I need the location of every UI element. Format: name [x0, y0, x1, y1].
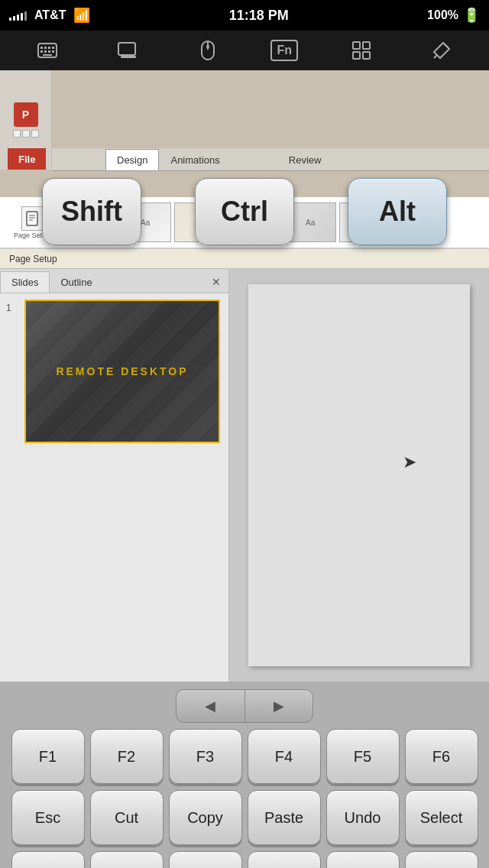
app-key-row: Tab Switch Quit Close Open Find: [6, 851, 483, 868]
slides-tabs: Slides Outline ✕: [0, 269, 228, 293]
cut-key[interactable]: Cut: [90, 790, 164, 845]
close-key[interactable]: Close: [248, 851, 321, 868]
svg-rect-2: [44, 47, 47, 49]
edit-key-row: Esc Cut Copy Paste Undo Select: [6, 790, 483, 845]
tab-outline[interactable]: Outline: [50, 271, 102, 293]
ctrl-key[interactable]: Ctrl: [195, 178, 294, 245]
f6-key[interactable]: F6: [405, 729, 478, 784]
tab-design-label: Design: [117, 154, 147, 166]
left-arrow-icon: ◀: [205, 698, 215, 714]
undo-key[interactable]: Undo: [326, 790, 400, 845]
keyboard-icon[interactable]: [31, 34, 64, 67]
svg-rect-9: [43, 54, 52, 56]
slides-content: 1 REMOTE DESKTOP: [0, 293, 228, 682]
layers-icon[interactable]: [111, 34, 144, 67]
main-slide-area[interactable]: ➤: [229, 269, 489, 682]
f1-key[interactable]: F1: [11, 729, 85, 784]
carrier-label: AT&T: [34, 8, 66, 22]
modifier-keys-overlay: Shift Ctrl Alt: [0, 170, 489, 254]
app-logo: P: [13, 102, 39, 138]
copy-key[interactable]: Copy: [169, 790, 242, 845]
tab-slides[interactable]: Slides: [0, 271, 50, 293]
status-left: AT&T 📶: [9, 7, 90, 24]
status-right: 100% 🔋: [427, 7, 480, 24]
signal-bars: [9, 10, 27, 21]
close-panel-button[interactable]: ✕: [207, 271, 225, 293]
slide-preview[interactable]: REMOTE DESKTOP: [24, 300, 220, 443]
signal-bar-5: [24, 11, 27, 21]
workspace: Slides Outline ✕ 1 REMOTE DESKTOP ➤: [0, 269, 489, 682]
svg-rect-16: [363, 42, 370, 49]
tab-design[interactable]: Design: [105, 149, 159, 170]
alt-key[interactable]: Alt: [348, 178, 447, 245]
svg-rect-15: [353, 42, 360, 49]
svg-rect-4: [52, 47, 54, 49]
esc-key[interactable]: Esc: [11, 790, 85, 845]
paste-key[interactable]: Paste: [248, 790, 321, 845]
svg-rect-3: [48, 47, 50, 49]
signal-bar-4: [21, 13, 23, 21]
tab-empty: [232, 149, 277, 170]
svg-line-19: [434, 55, 437, 58]
shift-key[interactable]: Shift: [42, 178, 141, 245]
f3-key[interactable]: F3: [169, 729, 242, 784]
svg-rect-11: [121, 56, 136, 58]
f4-key[interactable]: F4: [248, 729, 321, 784]
page-setup-label: Page Setup: [9, 254, 57, 264]
toolbar-bar: Fn: [0, 31, 489, 70]
select-key[interactable]: Select: [405, 790, 478, 845]
slide-title: REMOTE DESKTOP: [56, 365, 188, 377]
f5-key[interactable]: F5: [326, 729, 400, 784]
svg-rect-6: [44, 50, 47, 53]
slide-canvas[interactable]: [248, 284, 470, 666]
signal-bar-3: [17, 15, 19, 21]
grid-icon[interactable]: [345, 34, 378, 67]
file-button[interactable]: File: [8, 148, 46, 170]
battery-label: 100%: [427, 8, 458, 22]
svg-rect-7: [48, 50, 50, 53]
keyboard-area: ◀ ▶ F1 F2 F3 F4 F5 F6 Esc Cut Copy Paste…: [0, 682, 489, 868]
wifi-icon: 📶: [73, 7, 90, 24]
right-arrow-icon: ▶: [274, 698, 284, 714]
status-bar: AT&T 📶 11:18 PM 100% 🔋: [0, 0, 489, 31]
find-key[interactable]: Find: [405, 851, 478, 868]
tab-review[interactable]: Review: [277, 149, 333, 170]
svg-rect-17: [353, 52, 360, 59]
fn-icon[interactable]: Fn: [270, 40, 298, 61]
svg-rect-5: [40, 50, 43, 53]
switch-key[interactable]: Switch: [90, 851, 164, 868]
tab-animations[interactable]: Animations: [159, 149, 231, 170]
f2-key[interactable]: F2: [90, 729, 164, 784]
status-time: 11:18 PM: [229, 8, 289, 24]
slide-number: 1: [6, 300, 18, 443]
slide-thumbnail[interactable]: 1 REMOTE DESKTOP: [6, 300, 222, 443]
nav-left-button[interactable]: ◀: [176, 690, 245, 722]
svg-rect-21: [27, 212, 37, 225]
slides-panel: Slides Outline ✕ 1 REMOTE DESKTOP: [0, 269, 229, 682]
page-setup-bar: Page Setup: [0, 249, 489, 269]
nav-arrows: ◀ ▶: [176, 689, 313, 723]
signal-bar-1: [9, 18, 11, 21]
open-key[interactable]: Open: [326, 851, 400, 868]
svg-rect-1: [40, 47, 43, 49]
svg-rect-10: [118, 43, 135, 55]
tab-key[interactable]: Tab: [11, 851, 85, 868]
svg-rect-8: [52, 50, 54, 53]
svg-point-14: [206, 45, 209, 48]
signal-bar-2: [13, 16, 15, 21]
tab-review-label: Review: [289, 154, 322, 166]
f-key-row: F1 F2 F3 F4 F5 F6: [6, 729, 483, 784]
file-label: File: [18, 154, 35, 165]
svg-rect-18: [363, 52, 370, 59]
tools-icon[interactable]: [425, 34, 458, 67]
svg-line-20: [445, 44, 448, 47]
quit-key[interactable]: Quit: [169, 851, 242, 868]
tab-animations-label: Animations: [170, 154, 219, 166]
battery-icon: 🔋: [463, 7, 480, 24]
nav-right-button[interactable]: ▶: [245, 690, 313, 722]
mouse-icon[interactable]: [191, 34, 225, 67]
